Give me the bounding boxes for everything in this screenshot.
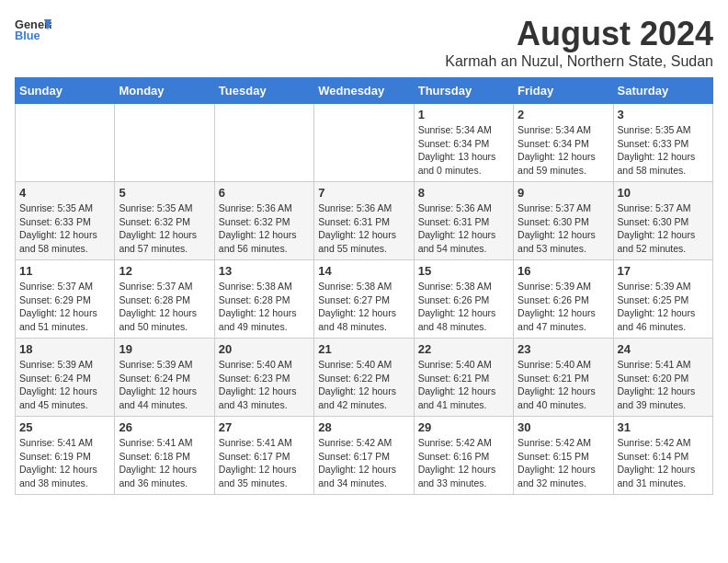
calendar-week-row: 11Sunrise: 5:37 AM Sunset: 6:29 PM Dayli… xyxy=(16,260,713,339)
cell-day-number: 20 xyxy=(219,342,310,356)
cell-day-info: Sunrise: 5:35 AM Sunset: 6:33 PM Dayligh… xyxy=(19,201,110,256)
cell-day-number: 24 xyxy=(618,342,709,356)
cell-day-number: 7 xyxy=(318,186,409,200)
calendar-week-row: 25Sunrise: 5:41 AM Sunset: 6:19 PM Dayli… xyxy=(16,417,713,495)
calendar-cell: 11Sunrise: 5:37 AM Sunset: 6:29 PM Dayli… xyxy=(16,260,115,339)
logo: General Blue xyxy=(15,15,51,44)
cell-day-number: 1 xyxy=(418,108,509,121)
cell-day-info: Sunrise: 5:38 AM Sunset: 6:26 PM Dayligh… xyxy=(418,280,509,334)
cell-day-number: 16 xyxy=(518,264,609,278)
cell-day-info: Sunrise: 5:37 AM Sunset: 6:30 PM Dayligh… xyxy=(618,201,709,256)
cell-day-number: 3 xyxy=(618,108,709,121)
cell-day-info: Sunrise: 5:42 AM Sunset: 6:17 PM Dayligh… xyxy=(318,436,409,490)
calendar-week-row: 18Sunrise: 5:39 AM Sunset: 6:24 PM Dayli… xyxy=(16,339,713,417)
cell-day-number: 14 xyxy=(318,264,409,278)
cell-day-number: 11 xyxy=(19,264,110,278)
cell-day-number: 30 xyxy=(518,420,609,434)
cell-day-number: 28 xyxy=(318,420,409,434)
weekday-header: Monday xyxy=(115,78,214,104)
cell-day-info: Sunrise: 5:37 AM Sunset: 6:30 PM Dayligh… xyxy=(518,201,609,256)
calendar-cell: 3Sunrise: 5:35 AM Sunset: 6:33 PM Daylig… xyxy=(613,104,712,182)
calendar-cell: 18Sunrise: 5:39 AM Sunset: 6:24 PM Dayli… xyxy=(16,339,115,417)
calendar-cell xyxy=(314,104,414,182)
calendar-cell: 23Sunrise: 5:40 AM Sunset: 6:21 PM Dayli… xyxy=(514,339,613,417)
calendar-cell: 17Sunrise: 5:39 AM Sunset: 6:25 PM Dayli… xyxy=(613,260,712,339)
cell-day-number: 13 xyxy=(219,264,310,278)
weekday-header: Wednesday xyxy=(314,78,414,104)
cell-day-info: Sunrise: 5:36 AM Sunset: 6:31 PM Dayligh… xyxy=(318,201,409,256)
cell-day-info: Sunrise: 5:41 AM Sunset: 6:17 PM Dayligh… xyxy=(219,436,310,490)
calendar-cell: 19Sunrise: 5:39 AM Sunset: 6:24 PM Dayli… xyxy=(115,339,214,417)
cell-day-number: 12 xyxy=(119,264,210,278)
cell-day-info: Sunrise: 5:39 AM Sunset: 6:25 PM Dayligh… xyxy=(618,280,709,334)
calendar-cell: 31Sunrise: 5:42 AM Sunset: 6:14 PM Dayli… xyxy=(613,417,712,495)
calendar-cell xyxy=(214,104,313,182)
calendar-cell: 25Sunrise: 5:41 AM Sunset: 6:19 PM Dayli… xyxy=(16,417,115,495)
cell-day-info: Sunrise: 5:40 AM Sunset: 6:22 PM Dayligh… xyxy=(318,358,409,412)
cell-day-info: Sunrise: 5:39 AM Sunset: 6:24 PM Dayligh… xyxy=(19,358,110,412)
calendar-cell: 21Sunrise: 5:40 AM Sunset: 6:22 PM Dayli… xyxy=(314,339,414,417)
calendar-cell xyxy=(16,104,115,182)
calendar-cell: 20Sunrise: 5:40 AM Sunset: 6:23 PM Dayli… xyxy=(214,339,313,417)
calendar-cell: 24Sunrise: 5:41 AM Sunset: 6:20 PM Dayli… xyxy=(613,339,712,417)
cell-day-info: Sunrise: 5:41 AM Sunset: 6:19 PM Dayligh… xyxy=(19,436,110,490)
cell-day-number: 8 xyxy=(418,186,509,200)
cell-day-info: Sunrise: 5:42 AM Sunset: 6:14 PM Dayligh… xyxy=(618,436,709,490)
calendar-table: SundayMondayTuesdayWednesdayThursdayFrid… xyxy=(15,77,713,495)
cell-day-number: 17 xyxy=(618,264,709,278)
weekday-header: Sunday xyxy=(16,78,115,104)
calendar-cell: 12Sunrise: 5:37 AM Sunset: 6:28 PM Dayli… xyxy=(115,260,214,339)
cell-day-info: Sunrise: 5:41 AM Sunset: 6:20 PM Dayligh… xyxy=(618,358,709,412)
svg-text:Blue: Blue xyxy=(15,29,40,42)
weekday-header: Tuesday xyxy=(214,78,313,104)
logo-icon: General Blue xyxy=(15,15,51,42)
cell-day-number: 23 xyxy=(518,342,609,356)
calendar-cell: 1Sunrise: 5:34 AM Sunset: 6:34 PM Daylig… xyxy=(414,104,513,182)
cell-day-info: Sunrise: 5:40 AM Sunset: 6:21 PM Dayligh… xyxy=(418,358,509,412)
cell-day-number: 18 xyxy=(19,342,110,356)
cell-day-number: 21 xyxy=(318,342,409,356)
cell-day-info: Sunrise: 5:36 AM Sunset: 6:31 PM Dayligh… xyxy=(418,201,509,256)
cell-day-info: Sunrise: 5:38 AM Sunset: 6:28 PM Dayligh… xyxy=(219,280,310,334)
cell-day-info: Sunrise: 5:34 AM Sunset: 6:34 PM Dayligh… xyxy=(518,123,609,178)
cell-day-info: Sunrise: 5:42 AM Sunset: 6:16 PM Dayligh… xyxy=(418,436,509,490)
cell-day-info: Sunrise: 5:40 AM Sunset: 6:21 PM Dayligh… xyxy=(518,358,609,412)
calendar-cell: 10Sunrise: 5:37 AM Sunset: 6:30 PM Dayli… xyxy=(613,182,712,260)
cell-day-info: Sunrise: 5:39 AM Sunset: 6:24 PM Dayligh… xyxy=(119,358,210,412)
cell-day-info: Sunrise: 5:40 AM Sunset: 6:23 PM Dayligh… xyxy=(219,358,310,412)
cell-day-info: Sunrise: 5:35 AM Sunset: 6:33 PM Dayligh… xyxy=(618,123,709,178)
cell-day-number: 27 xyxy=(219,420,310,434)
cell-day-number: 19 xyxy=(119,342,210,356)
cell-day-number: 2 xyxy=(518,108,609,121)
calendar-cell: 4Sunrise: 5:35 AM Sunset: 6:33 PM Daylig… xyxy=(16,182,115,260)
calendar-cell: 13Sunrise: 5:38 AM Sunset: 6:28 PM Dayli… xyxy=(214,260,313,339)
weekday-header: Friday xyxy=(514,78,613,104)
calendar-cell: 8Sunrise: 5:36 AM Sunset: 6:31 PM Daylig… xyxy=(414,182,513,260)
calendar-cell: 26Sunrise: 5:41 AM Sunset: 6:18 PM Dayli… xyxy=(115,417,214,495)
weekday-header: Saturday xyxy=(613,78,712,104)
cell-day-number: 6 xyxy=(219,186,310,200)
cell-day-info: Sunrise: 5:41 AM Sunset: 6:18 PM Dayligh… xyxy=(119,436,210,490)
cell-day-info: Sunrise: 5:39 AM Sunset: 6:26 PM Dayligh… xyxy=(518,280,609,334)
title-area: August 2024 Karmah an Nuzul, Northern St… xyxy=(445,15,713,70)
calendar-week-row: 4Sunrise: 5:35 AM Sunset: 6:33 PM Daylig… xyxy=(16,182,713,260)
cell-day-info: Sunrise: 5:36 AM Sunset: 6:32 PM Dayligh… xyxy=(219,201,310,256)
cell-day-info: Sunrise: 5:38 AM Sunset: 6:27 PM Dayligh… xyxy=(318,280,409,334)
cell-day-number: 22 xyxy=(418,342,509,356)
cell-day-number: 25 xyxy=(19,420,110,434)
calendar-cell: 6Sunrise: 5:36 AM Sunset: 6:32 PM Daylig… xyxy=(214,182,313,260)
calendar-cell xyxy=(115,104,214,182)
cell-day-info: Sunrise: 5:34 AM Sunset: 6:34 PM Dayligh… xyxy=(418,123,509,178)
calendar-cell: 28Sunrise: 5:42 AM Sunset: 6:17 PM Dayli… xyxy=(314,417,414,495)
calendar-cell: 14Sunrise: 5:38 AM Sunset: 6:27 PM Dayli… xyxy=(314,260,414,339)
calendar-cell: 7Sunrise: 5:36 AM Sunset: 6:31 PM Daylig… xyxy=(314,182,414,260)
cell-day-number: 9 xyxy=(518,186,609,200)
cell-day-number: 10 xyxy=(618,186,709,200)
month-title: August 2024 xyxy=(445,15,713,53)
calendar-cell: 27Sunrise: 5:41 AM Sunset: 6:17 PM Dayli… xyxy=(214,417,313,495)
calendar-cell: 30Sunrise: 5:42 AM Sunset: 6:15 PM Dayli… xyxy=(514,417,613,495)
calendar-cell: 15Sunrise: 5:38 AM Sunset: 6:26 PM Dayli… xyxy=(414,260,513,339)
calendar-cell: 29Sunrise: 5:42 AM Sunset: 6:16 PM Dayli… xyxy=(414,417,513,495)
calendar-cell: 5Sunrise: 5:35 AM Sunset: 6:32 PM Daylig… xyxy=(115,182,214,260)
cell-day-number: 5 xyxy=(119,186,210,200)
